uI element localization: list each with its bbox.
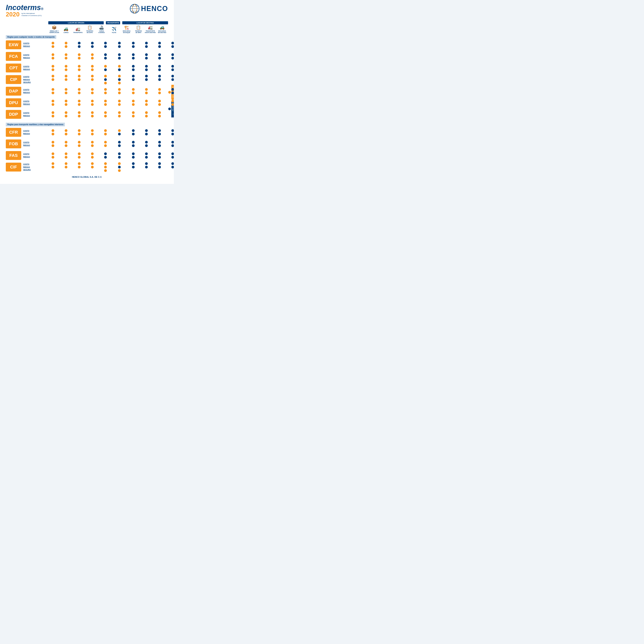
dot-cif-col9-row1: [171, 166, 174, 168]
dot-cip-col3-row0: [91, 75, 94, 77]
dot-fob-col3-row0: [91, 141, 94, 144]
dot-dpu-col6-row1: [132, 103, 135, 106]
dot-dap-col2-row1: [78, 92, 81, 94]
incoterm-label-cif-riesgo: RIESGO: [23, 166, 46, 168]
dot-cpt-col1-row1: [65, 68, 67, 71]
dot-cip-col0-row0: [52, 75, 54, 77]
col-icon-embalaje: 📦EMBALAJE Y VERIFICACION: [48, 25, 60, 34]
dot-exw-col9-row1: [171, 45, 174, 48]
dot-dpu-col3-row1: [91, 103, 94, 106]
dot-cfr-col8-row0: [158, 129, 161, 132]
dot-ddp-col3-row1: [91, 115, 94, 117]
dot-ddp-col9-row1: [171, 115, 174, 117]
dot-cfr-col0-row1: [52, 133, 54, 135]
incoterm-badge-fas: FAS: [6, 151, 21, 160]
dot-exw-col9-row0: [171, 42, 174, 44]
dot-dap-col7-row1: [145, 92, 148, 94]
dot-exw-col4-row1: [104, 45, 107, 48]
dot-cfr-col7-row1: [145, 133, 148, 135]
incoterm-row-ddp: DDPCOSTORIESGO: [6, 110, 168, 119]
incoterm-label-cif-seguro: SEGURO: [23, 168, 46, 171]
henco-brand-text: HENCO: [141, 5, 168, 13]
dot-fas-col5-row0: [118, 152, 121, 155]
dot-cfr-col9-row1: [171, 133, 174, 135]
dot-dpu-col4-row1: [104, 103, 107, 106]
dot-fca-col2-row0: [78, 53, 81, 56]
dot-cpt-col2-row0: [78, 65, 81, 68]
dot-exw-col2-row1: [78, 45, 81, 48]
incoterm-label-cip-seguro: SEGURO: [23, 81, 46, 84]
incoterm-label-ddp-riesgo: RIESGO: [23, 114, 46, 117]
dot-cif-col2-row0: [78, 162, 81, 165]
dot-fca-col0-row1: [52, 57, 54, 59]
dot-cpt-col7-row1: [145, 68, 148, 71]
col-icon-carga: 🚜CARGA: [60, 27, 72, 33]
dot-cpt-col4-row1: [104, 68, 107, 71]
incoterm-badge-fca: FCA: [6, 52, 21, 61]
incoterm-badge-cif: CIF: [6, 163, 21, 172]
dot-fca-col3-row0: [91, 53, 94, 56]
dot-exw-col1-row0: [65, 42, 67, 44]
dot-dpu-col4-row0: [104, 100, 107, 102]
dot-exw-col3-row1: [91, 45, 94, 48]
dot-dpu-col2-row1: [78, 103, 81, 106]
dot-dpu-col1-row0: [65, 100, 67, 102]
dot-dpu-col1-row1: [65, 103, 67, 106]
dot-cip-col6-row0: [132, 75, 135, 77]
dot-fas-col9-row1: [171, 156, 174, 159]
dot-cip-seguro-col4: [104, 82, 107, 84]
dot-fob-col0-row0: [52, 141, 54, 144]
incoterm-label-fca-costo: COSTO: [23, 54, 46, 56]
dot-cif-col8-row0: [158, 162, 161, 165]
dot-fob-col9-row0: [171, 141, 174, 144]
dot-exw-col7-row0: [145, 42, 148, 44]
dot-exw-col7-row1: [145, 45, 148, 48]
dot-cip-col5-row0: [118, 75, 121, 77]
dot-fob-col4-row0: [104, 141, 107, 144]
incoterm-row-dpu: DPUCOSTORIESGO: [6, 98, 168, 108]
dot-fas-col0-row1: [52, 156, 54, 159]
dot-dpu-col0-row0: [52, 100, 54, 102]
dot-ddp-col2-row0: [78, 111, 81, 114]
dot-cip-col6-row1: [132, 78, 135, 81]
dot-fca-col6-row1: [132, 57, 135, 59]
dot-cpt-col7-row0: [145, 65, 148, 68]
incoterm-label-fca-riesgo: RIESGO: [23, 56, 46, 59]
dot-fca-col7-row0: [145, 53, 148, 56]
dot-cip-col7-row0: [145, 75, 148, 77]
col-icon-transporte: 🚛TRANSPORTE: [72, 27, 84, 33]
dot-ddp-col0-row1: [52, 115, 54, 117]
dot-ddp-col5-row1: [118, 115, 121, 117]
col-icon-transporte_destino: 🚛TRANSPORTE HASTA DESTINO: [144, 25, 156, 34]
incoterm-label-exw-riesgo: RIESGO: [23, 45, 46, 48]
dot-dap-col5-row0: [118, 88, 121, 91]
dot-dpu-col0-row1: [52, 103, 54, 106]
dot-cpt-col6-row1: [132, 68, 135, 71]
incoterm-badge-cpt: CPT: [6, 64, 21, 72]
dot-fob-col0-row1: [52, 144, 54, 147]
dot-ddp-col6-row1: [132, 115, 135, 117]
dot-fob-col8-row1: [158, 144, 161, 147]
incoterm-label-fas-riesgo: RIESGO: [23, 155, 46, 158]
dot-fob-col6-row0: [132, 141, 135, 144]
dot-fas-col8-row0: [158, 152, 161, 155]
dot-fca-col0-row0: [52, 53, 54, 56]
dot-cip-col8-row1: [158, 78, 161, 81]
dot-fas-col5-row1: [118, 156, 121, 159]
dot-fob-col1-row1: [65, 144, 67, 147]
dot-fca-col5-row1: [118, 57, 121, 59]
dot-cfr-col4-row0: [104, 129, 107, 132]
incoterm-row-cif: CIFCOSTORIESGOSEGURO: [6, 162, 168, 172]
incoterm-badge-cip: CIP: [6, 75, 21, 84]
dot-dpu-col3-row0: [91, 100, 94, 102]
dot-fas-col4-row1: [104, 156, 107, 159]
column-icons-row: 📦EMBALAJE Y VERIFICACION🚜CARGA🚛TRANSPORT…: [48, 25, 168, 34]
col-icon-tramites_impo: 📋TRAMITES DE IMPO: [133, 25, 144, 34]
dot-ddp-col5-row0: [118, 111, 121, 114]
dot-ddp-col8-row1: [158, 115, 161, 117]
col-icon-tramites_expo: 📋TRAMITES DE EXPO: [84, 25, 96, 34]
incoterms-container: EXWCOSTORIESGOFCACOSTORIESGOCPTCOSTORIES…: [6, 40, 168, 119]
dot-ddp-col7-row0: [145, 111, 148, 114]
dot-cpt-col3-row1: [91, 68, 94, 71]
incoterm-label-cfr-riesgo: RIESGO: [23, 132, 46, 135]
